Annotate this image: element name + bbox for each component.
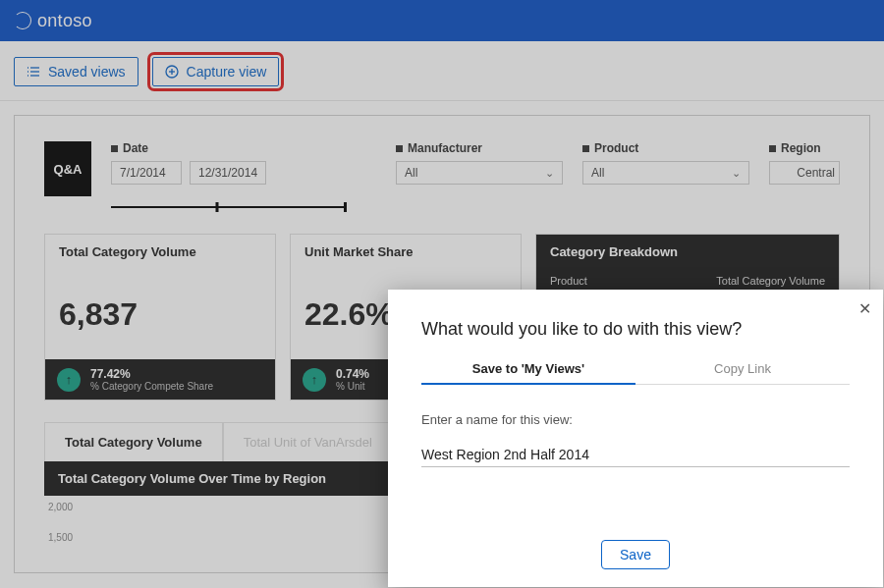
plus-circle-icon bbox=[165, 65, 179, 79]
dialog-title: What would you like to do with this view… bbox=[421, 319, 850, 340]
tab-save-my-views[interactable]: Save to 'My Views' bbox=[421, 361, 635, 384]
chevron-down-icon: ⌄ bbox=[732, 167, 741, 180]
tab-underline bbox=[421, 383, 635, 385]
card-title: Category Breakdown bbox=[536, 235, 839, 269]
brand-logo-icon bbox=[14, 12, 31, 29]
region-filter: Region Central bbox=[769, 141, 840, 185]
date-filter: Date 7/1/2014 12/31/2014 bbox=[111, 141, 347, 214]
region-dropdown[interactable]: Central bbox=[769, 161, 840, 185]
view-name-input[interactable] bbox=[421, 447, 850, 462]
brand-text: ontoso bbox=[37, 11, 92, 31]
product-filter: Product All ⌄ bbox=[582, 141, 749, 185]
arrow-up-icon: ↑ bbox=[303, 368, 326, 392]
square-icon bbox=[111, 145, 118, 152]
saved-views-label: Saved views bbox=[48, 64, 126, 80]
tab-total-volume[interactable]: Total Category Volume bbox=[44, 422, 223, 461]
date-start-input[interactable]: 7/1/2014 bbox=[111, 161, 182, 185]
square-icon bbox=[582, 145, 589, 152]
dialog-tabs: Save to 'My Views' Copy Link bbox=[421, 361, 850, 385]
slider-handle-start[interactable] bbox=[216, 202, 219, 212]
arrow-up-icon: ↑ bbox=[57, 368, 81, 392]
card-total-volume: Total Category Volume 6,837 ↑ 77.42% % C… bbox=[44, 234, 276, 401]
card-delta-label: % Category Compete Share bbox=[90, 381, 213, 392]
capture-view-label: Capture view bbox=[187, 64, 267, 80]
date-end-input[interactable]: 12/31/2014 bbox=[190, 161, 266, 185]
tab-vanarsdel[interactable]: Total Unit of VanArsdel bbox=[223, 422, 393, 461]
product-dropdown[interactable]: All ⌄ bbox=[582, 161, 749, 185]
capture-view-button[interactable]: Capture view bbox=[152, 57, 280, 86]
square-icon bbox=[396, 145, 403, 152]
manufacturer-dropdown[interactable]: All ⌄ bbox=[396, 161, 563, 185]
chevron-down-icon: ⌄ bbox=[545, 167, 554, 180]
qna-tile[interactable]: Q&A bbox=[44, 141, 91, 196]
card-title: Unit Market Share bbox=[291, 235, 521, 259]
tab-copy-link[interactable]: Copy Link bbox=[635, 361, 850, 384]
card-title: Total Category Volume bbox=[45, 235, 275, 259]
brand: ontoso bbox=[14, 11, 92, 31]
save-button[interactable]: Save bbox=[601, 540, 670, 569]
close-button[interactable]: ✕ bbox=[858, 299, 871, 318]
capture-view-dialog: ✕ What would you like to do with this vi… bbox=[388, 290, 883, 587]
card-delta: 77.42% bbox=[90, 367, 213, 381]
manufacturer-filter: Manufacturer All ⌄ bbox=[396, 141, 563, 185]
square-icon bbox=[769, 145, 776, 152]
card-delta-label: % Unit bbox=[336, 381, 369, 392]
table-col-volume: Total Category Volume bbox=[716, 275, 825, 287]
app-header: ontoso bbox=[0, 0, 884, 41]
table-col-product: Product bbox=[550, 275, 587, 287]
card-delta: 0.74% bbox=[336, 367, 369, 381]
saved-views-button[interactable]: Saved views bbox=[14, 57, 138, 86]
list-icon bbox=[27, 65, 40, 79]
card-value: 6,837 bbox=[45, 259, 275, 359]
close-icon: ✕ bbox=[858, 300, 871, 317]
slider-handle-end[interactable] bbox=[344, 202, 347, 212]
toolbar: Saved views Capture view bbox=[0, 41, 884, 101]
date-slider[interactable] bbox=[111, 200, 347, 214]
view-name-label: Enter a name for this view: bbox=[421, 412, 850, 427]
